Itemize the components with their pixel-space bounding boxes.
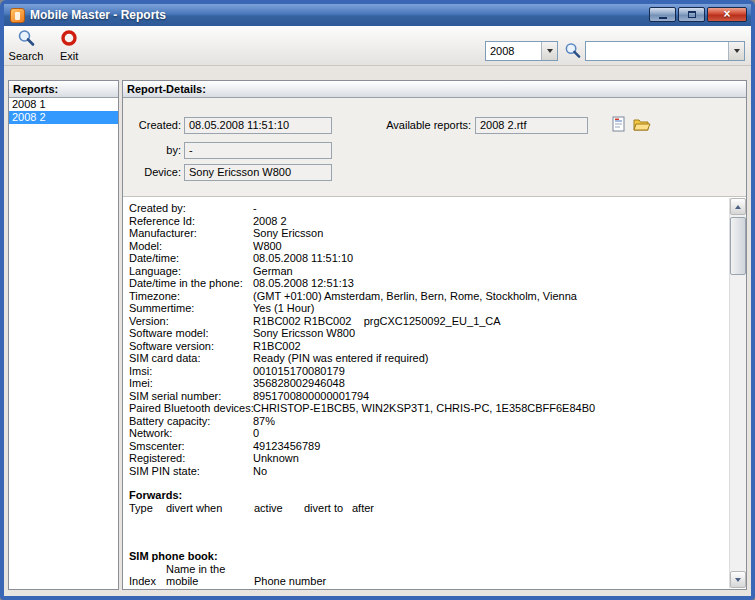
maximize-button[interactable] [678, 7, 705, 22]
available-reports-field[interactable]: 2008 2.rtf [475, 117, 588, 134]
preview-field-value: Sony Ericsson W800 [253, 327, 355, 339]
preview-field-label: Timezone: [129, 290, 253, 303]
preview-field-label: SIM serial number: [129, 390, 253, 403]
close-button[interactable]: × [707, 7, 747, 22]
toolbar: Search Exit 2008 [4, 26, 751, 66]
sim-phonebook-column-headers: IndexName in the mobilePhone number [129, 563, 729, 588]
search-button-label: Search [9, 50, 44, 62]
preview-field-value: 8951700800000001794 [253, 390, 369, 402]
preview-row: Timezone:(GMT +01:00) Amsterdam, Berlin,… [129, 290, 729, 303]
preview-row: Paired Bluetooth devices:CHRISTOP-E1BCB5… [129, 402, 729, 415]
preview-row: Manufacturer:Sony Ericsson [129, 227, 729, 240]
open-report-button[interactable] [632, 116, 652, 134]
filter-combobox-dropdown-button[interactable] [728, 42, 744, 60]
search-icon [17, 29, 35, 49]
list-item[interactable]: 2008 1 [9, 98, 118, 111]
preview-row: Network:0 [129, 427, 729, 440]
year-combobox[interactable]: 2008 [485, 41, 558, 61]
preview-scrollbar[interactable] [729, 198, 746, 588]
column-header: Type [129, 502, 166, 515]
preview-field-value: R1BC002 [253, 340, 301, 352]
reports-panel-header: Reports: [9, 81, 118, 98]
column-header: Index [129, 575, 166, 588]
filter-combobox[interactable] [585, 41, 745, 61]
preview-field-value: 001015170080179 [253, 365, 345, 377]
preview-field-label: Date/time in the phone: [129, 277, 253, 290]
exit-button[interactable]: Exit [49, 28, 89, 63]
preview-row: Version:R1BC002 R1BC002 prgCXC1250092_EU… [129, 315, 729, 328]
preview-field-label: Created by: [129, 202, 253, 215]
preview-row: SIM PIN state:No [129, 465, 729, 478]
preview-field-label: Imei: [129, 377, 253, 390]
preview-row: Created by:- [129, 202, 729, 215]
column-header: divert to [304, 502, 352, 515]
preview-content[interactable]: Created by:-Reference Id:2008 2Manufactu… [123, 198, 729, 589]
scrollbar-thumb[interactable] [730, 217, 746, 275]
preview-row: Software version:R1BC002 [129, 340, 729, 353]
preview-row: Date/time:08.05.2008 11:51:10 [129, 252, 729, 265]
list-item[interactable]: 2008 2 [9, 111, 118, 124]
created-by-field: - [184, 142, 332, 159]
preview-field-value: Yes (1 Hour) [253, 302, 314, 314]
column-header: after [352, 502, 374, 515]
reports-list: 2008 12008 2 [9, 98, 118, 124]
close-icon: × [723, 8, 730, 21]
year-combobox-value: 2008 [486, 42, 541, 60]
column-header: Name in the mobile [166, 563, 254, 588]
preview-field-label: Model: [129, 240, 253, 253]
preview-field-value: 356828002946048 [253, 377, 345, 389]
forwards-column-headers: Typedivert whenactivedivert toafter [129, 502, 729, 515]
preview-field-value: Unknown [253, 452, 299, 464]
view-report-button[interactable] [609, 116, 629, 134]
preview-field-value: 87% [253, 415, 275, 427]
column-header: divert when [166, 502, 254, 515]
scroll-up-button[interactable] [730, 198, 746, 215]
preview-field-label: Smscenter: [129, 440, 253, 453]
preview-field-value: (GMT +01:00) Amsterdam, Berlin, Bern, Ro… [253, 290, 577, 302]
column-header: active [254, 502, 304, 515]
window-controls: × [647, 7, 747, 22]
reports-panel: Reports: 2008 12008 2 [8, 80, 119, 590]
preview-field-value: German [253, 265, 293, 277]
preview-row: Imei:356828002946048 [129, 377, 729, 390]
window-title: Mobile Master - Reports [30, 8, 166, 22]
preview-field-label: Network: [129, 427, 253, 440]
minimize-icon [659, 17, 667, 19]
preview-field-label: Paired Bluetooth devices: [129, 402, 253, 415]
preview-field-label: SIM PIN state: [129, 465, 253, 478]
preview-field-value: CHRISTOP-E1BCB5, WIN2KSP3T1, CHRIS-PC, 1… [253, 402, 595, 414]
year-combobox-dropdown-button[interactable] [541, 42, 557, 60]
preview-field-label: Reference Id: [129, 215, 253, 228]
scroll-down-button[interactable] [730, 571, 746, 588]
search-button[interactable]: Search [6, 28, 46, 63]
report-details-panel: Report-Details: Created: 08.05.2008 11:5… [122, 80, 747, 590]
preview-field-value: 08.05.2008 11:51:10 [253, 252, 353, 264]
preview-row: Model:W800 [129, 240, 729, 253]
preview-row: Imsi:001015170080179 [129, 365, 729, 378]
preview-field-label: Battery capacity: [129, 415, 253, 428]
device-field: Sony Ericsson W800 [184, 164, 332, 181]
available-reports-label: Available reports: [363, 117, 471, 134]
preview-row: Summertime:Yes (1 Hour) [129, 302, 729, 315]
preview-row: Registered:Unknown [129, 452, 729, 465]
preview-field-value: 49123456789 [253, 440, 320, 452]
column-header: Phone number [254, 575, 326, 588]
forwards-section-title: Forwards: [129, 489, 729, 502]
preview-field-label: Registered: [129, 452, 253, 465]
sim-phonebook-section-title: SIM phone book: [129, 550, 729, 563]
chevron-down-icon [734, 49, 740, 53]
preview-row: SIM serial number:8951700800000001794 [129, 390, 729, 403]
preview-field-label: Date/time: [129, 252, 253, 265]
preview-row: Smscenter:49123456789 [129, 440, 729, 453]
preview-field-value: R1BC002 R1BC002 prgCXC1250092_EU_1_CA [253, 315, 501, 327]
preview-field-value: 0 [253, 427, 259, 439]
exit-button-label: Exit [60, 50, 78, 62]
preview-field-label: Software model: [129, 327, 253, 340]
filter-search-icon[interactable] [564, 42, 581, 61]
preview-field-label: Software version: [129, 340, 253, 353]
by-label: by: [123, 142, 181, 159]
minimize-button[interactable] [649, 7, 676, 22]
preview-field-label: Version: [129, 315, 253, 328]
preview-field-value: W800 [253, 240, 282, 252]
title-bar: Mobile Master - Reports × [4, 4, 751, 26]
